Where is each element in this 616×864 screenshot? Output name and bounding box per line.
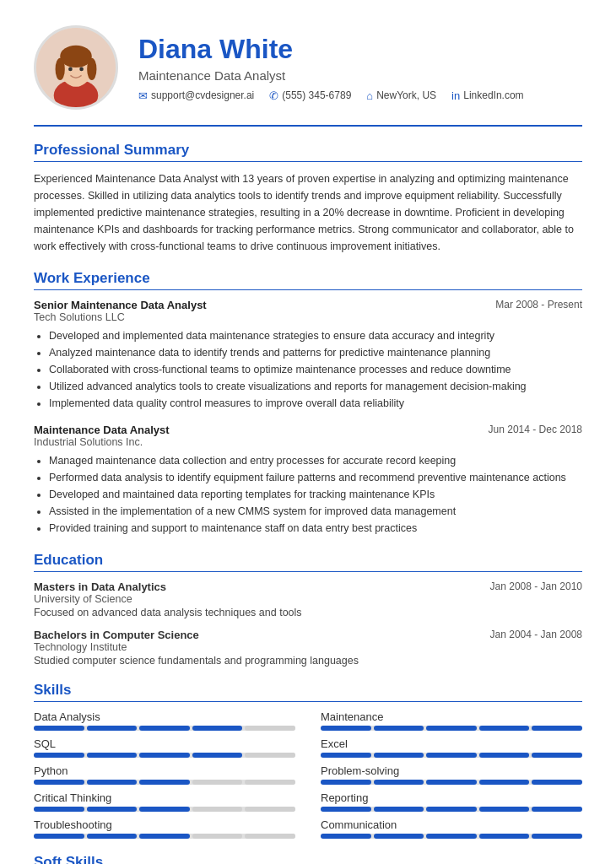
avatar: [34, 25, 118, 110]
skill-bar-segment: [192, 834, 243, 839]
job-bullet: Performed data analysis to identify equi…: [49, 469, 582, 486]
skill-bar-segment: [532, 753, 582, 758]
skill-item: Troubleshooting: [34, 818, 295, 839]
skill-bar: [34, 780, 295, 785]
skill-bar-segment: [34, 726, 84, 731]
contact-location: ⌂ NewYork, US: [366, 89, 436, 102]
svg-point-4: [60, 46, 92, 68]
skill-item: Python: [34, 764, 295, 785]
skill-label: Troubleshooting: [34, 818, 295, 831]
education-section: Education Masters in Data AnalyticsJan 2…: [34, 552, 582, 667]
skill-bar-segment: [426, 726, 477, 731]
skill-bar-segment: [426, 834, 477, 839]
skill-item: SQL: [34, 737, 295, 758]
skill-bar-segment: [87, 834, 138, 839]
job-title: Senior Maintenance Data Analyst: [34, 299, 207, 311]
email-text: support@cvdesigner.ai: [151, 89, 254, 101]
skill-bar: [34, 726, 295, 731]
skill-bar-segment: [321, 807, 371, 812]
edu-school: University of Science: [34, 593, 582, 605]
skill-bar-segment: [374, 753, 424, 758]
edu-block: Bachelors in Computer ScienceJan 2004 - …: [34, 629, 582, 667]
linkedin-icon: in: [451, 89, 460, 102]
skill-label: Data Analysis: [34, 710, 295, 723]
skill-bar-segment: [374, 807, 424, 812]
job-bullets: Managed maintenance data collection and …: [34, 452, 582, 537]
job-bullets: Developed and implemented data maintenan…: [34, 327, 582, 412]
skill-label: Excel: [321, 737, 582, 750]
skill-label: SQL: [34, 737, 295, 750]
skill-item: Data Analysis: [34, 710, 295, 731]
contact-phone: ✆ (555) 345-6789: [269, 89, 351, 102]
svg-point-7: [68, 68, 73, 72]
edu-date: Jan 2004 - Jan 2008: [490, 629, 582, 641]
skill-bar: [321, 807, 582, 812]
contact-email: ✉ support@cvdesigner.ai: [138, 89, 254, 102]
edu-degree: Bachelors in Computer Science: [34, 629, 199, 641]
skill-label: Maintenance: [321, 710, 582, 723]
skill-item: Problem-solving: [321, 764, 582, 785]
contact-row: ✉ support@cvdesigner.ai ✆ (555) 345-6789…: [138, 89, 524, 102]
job-date: Jun 2014 - Dec 2018: [489, 424, 582, 435]
skill-bar-segment: [87, 780, 138, 785]
skill-bar-segment: [192, 753, 243, 758]
skill-item: Maintenance: [321, 710, 582, 731]
skill-bar: [34, 753, 295, 758]
job-bullet: Managed maintenance data collection and …: [49, 452, 582, 469]
work-experience-section: Work Experience Senior Maintenance Data …: [34, 270, 582, 537]
skill-bar-segment: [192, 780, 243, 785]
job-title: Maintenance Data Analyst: [34, 424, 170, 436]
job-bullet: Collaborated with cross-functional teams…: [49, 361, 582, 378]
skill-item: Critical Thinking: [34, 791, 295, 812]
job-bullet: Assisted in the implementation of a new …: [49, 503, 582, 520]
skill-bar-segment: [374, 834, 424, 839]
skill-bar-segment: [139, 726, 190, 731]
skill-bar: [34, 807, 295, 812]
skill-bar: [321, 834, 582, 839]
location-icon: ⌂: [366, 89, 373, 102]
soft-skills-title: Soft Skills: [34, 854, 582, 864]
header-divider: [34, 125, 582, 127]
edu-school: Technology Institute: [34, 641, 582, 653]
resume-header: Diana White Maintenance Data Analyst ✉ s…: [34, 25, 582, 110]
skill-bar-segment: [479, 753, 530, 758]
edu-header: Bachelors in Computer ScienceJan 2004 - …: [34, 629, 582, 641]
phone-text: (555) 345-6789: [282, 89, 351, 101]
job-bullet: Developed and implemented data maintenan…: [49, 327, 582, 344]
job-bullet: Implemented data quality control measure…: [49, 395, 582, 412]
skill-bar-segment: [374, 726, 424, 731]
skill-bar-segment: [321, 780, 371, 785]
skill-bar-segment: [321, 834, 371, 839]
skill-bar-segment: [374, 780, 424, 785]
skill-bar-segment: [139, 807, 190, 812]
skill-bar: [321, 780, 582, 785]
skill-bar-segment: [479, 780, 530, 785]
skill-label: Problem-solving: [321, 764, 582, 777]
skill-bar-segment: [532, 807, 582, 812]
jobs-list: Senior Maintenance Data AnalystMar 2008 …: [34, 299, 582, 537]
skill-bar-segment: [245, 834, 295, 839]
svg-point-5: [56, 58, 65, 80]
work-experience-title: Work Experience: [34, 270, 582, 290]
job-block: Senior Maintenance Data AnalystMar 2008 …: [34, 299, 582, 412]
phone-icon: ✆: [269, 89, 278, 102]
skill-bar-segment: [139, 834, 190, 839]
job-bullet: Provided training and support to mainten…: [49, 520, 582, 537]
linkedin-text: LinkedIn.com: [463, 89, 523, 101]
skill-bar-segment: [532, 780, 582, 785]
job-bullet: Developed and maintained data reporting …: [49, 486, 582, 503]
skill-bar-segment: [139, 753, 190, 758]
edu-degree: Masters in Data Analytics: [34, 580, 166, 593]
skill-bar-segment: [34, 807, 84, 812]
skill-bar-segment: [139, 780, 190, 785]
skill-label: Critical Thinking: [34, 791, 295, 804]
skill-bar-segment: [34, 753, 84, 758]
skill-bar-segment: [245, 807, 295, 812]
candidate-name: Diana White: [138, 34, 524, 65]
skill-item: Communication: [321, 818, 582, 839]
skill-label: Reporting: [321, 791, 582, 804]
edu-desc: Studied computer science fundamentals an…: [34, 655, 582, 667]
skill-bar-segment: [321, 726, 371, 731]
skill-bar: [321, 726, 582, 731]
skill-bar-segment: [426, 780, 477, 785]
